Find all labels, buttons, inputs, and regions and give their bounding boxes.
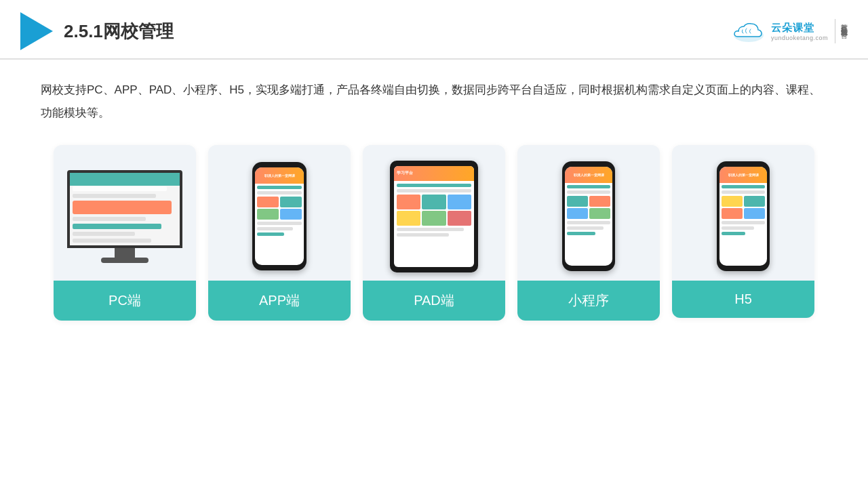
brand-url: yunduoketang.com [771, 35, 828, 41]
card-image-app: 职涯人的第一堂网课 [208, 145, 351, 281]
card-image-h5: 职涯人的第一堂网课 [672, 145, 814, 281]
card-label-pc: PC端 [54, 281, 196, 321]
brand-text: 云朵课堂 yunduoketang.com [771, 22, 828, 41]
phone-screen-miniapp: 职涯人的第一堂网课 [565, 167, 612, 266]
card-label-pad: PAD端 [363, 281, 505, 321]
card-pc: PC端 [54, 145, 196, 321]
phone-notch [269, 162, 290, 166]
phone-notch-h5 [733, 161, 753, 165]
brand-slogan: 教育机构一站式服务云平台 [835, 19, 848, 43]
cloud-logo: 云朵课堂 yunduoketang.com 教育机构一站式服务云平台 [730, 18, 848, 45]
header-right: 云朵课堂 yunduoketang.com 教育机构一站式服务云平台 [730, 18, 848, 45]
phone-mockup-h5: 职涯人的第一堂网课 [717, 161, 770, 271]
pc-screen [67, 170, 182, 248]
phone-screen-app: 职涯人的第一堂网课 [255, 167, 304, 265]
card-label-app: APP端 [208, 281, 351, 321]
logo-triangle-icon [20, 12, 53, 50]
card-h5: 职涯人的第一堂网课 [672, 145, 814, 318]
phone-mockup-miniapp: 职涯人的第一堂网课 [562, 161, 615, 271]
phone-mockup-app: 职涯人的第一堂网课 [252, 162, 307, 270]
header: 2.5.1网校管理 云朵课堂 yunduoketang.com 教育机构一站式服… [0, 0, 868, 60]
card-miniapp: 职涯人的第一堂网课 [517, 145, 660, 321]
phone-screen-h5: 职涯人的第一堂网课 [719, 167, 767, 266]
phone-notch-mini [578, 161, 599, 165]
description-text: 网校支持PC、APP、PAD、小程序、H5，实现多端打通，产品各终端自由切换，数… [41, 79, 827, 125]
card-app: 职涯人的第一堂网课 [208, 145, 351, 321]
cards-container: PC端 职涯人的第一堂网课 [41, 145, 827, 321]
card-image-miniapp: 职涯人的第一堂网课 [517, 145, 660, 281]
card-pad: 学习平台 [363, 145, 505, 321]
card-image-pad: 学习平台 [363, 145, 505, 281]
main-content: 网校支持PC、APP、PAD、小程序、H5，实现多端打通，产品各终端自由切换，数… [0, 60, 868, 334]
brand-name: 云朵课堂 [771, 22, 814, 35]
card-label-miniapp: 小程序 [517, 281, 660, 321]
pad-mockup: 学习平台 [390, 161, 478, 272]
header-left: 2.5.1网校管理 [20, 12, 174, 50]
pc-mockup [66, 170, 184, 263]
card-label-h5: H5 [672, 281, 814, 318]
cloud-icon [730, 18, 767, 45]
page-title: 2.5.1网校管理 [64, 20, 174, 43]
pad-screen: 学习平台 [394, 166, 474, 267]
card-image-pc [54, 145, 196, 281]
